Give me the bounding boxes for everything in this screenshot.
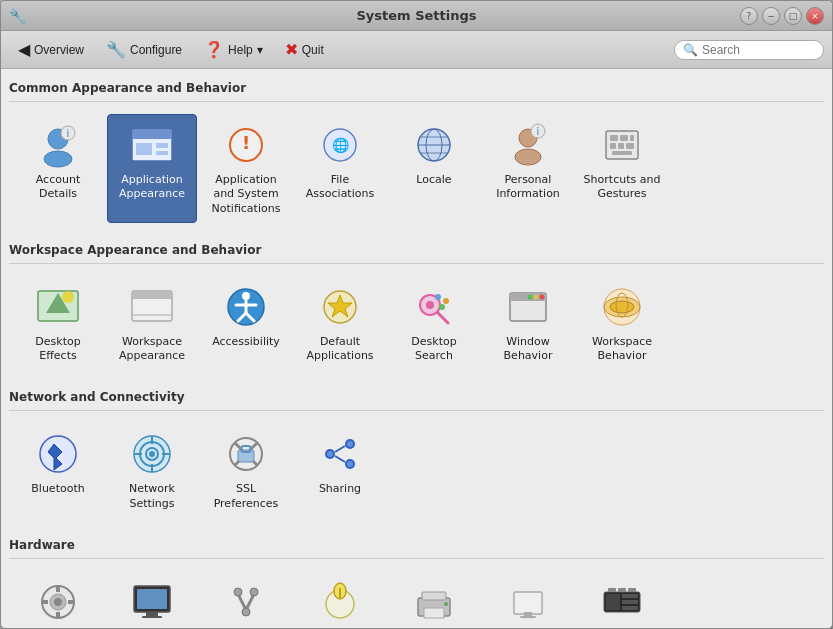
section-network-header: Network and Connectivity bbox=[9, 386, 824, 411]
desktop-search-label: Desktop Search bbox=[394, 335, 474, 364]
item-workspace-behavior[interactable]: Workspace Behavior bbox=[577, 276, 667, 371]
locale-label: Locale bbox=[416, 173, 451, 187]
quit-button[interactable]: ✖ Quit bbox=[276, 36, 333, 63]
svg-rect-85 bbox=[56, 612, 60, 618]
ssl-preferences-icon bbox=[222, 430, 270, 478]
svg-rect-112 bbox=[608, 588, 616, 592]
default-applications-label: Default Applications bbox=[300, 335, 380, 364]
overview-button[interactable]: ◀ Overview bbox=[9, 36, 93, 63]
minimize-button[interactable]: − bbox=[762, 7, 780, 25]
account-details-icon: i bbox=[34, 121, 82, 169]
item-account-details[interactable]: i Account Details bbox=[13, 114, 103, 223]
svg-rect-114 bbox=[628, 588, 636, 592]
back-icon: ◀ bbox=[18, 40, 30, 59]
svg-point-96 bbox=[242, 608, 250, 616]
section-hardware-grid: Device Actions Display and Monitor bbox=[9, 567, 824, 628]
app-system-notifications-label: Application and System Notifications bbox=[206, 173, 286, 216]
item-personal-information[interactable]: i Personal Information bbox=[483, 114, 573, 223]
svg-point-103 bbox=[444, 602, 448, 606]
search-box[interactable]: 🔍 bbox=[674, 40, 824, 60]
svg-point-57 bbox=[610, 301, 634, 313]
svg-rect-91 bbox=[142, 616, 162, 618]
item-app-system-notifications[interactable]: ! Application and System Notifications bbox=[201, 114, 291, 223]
svg-rect-8 bbox=[156, 151, 168, 155]
item-network-settings[interactable]: Network Settings bbox=[107, 423, 197, 518]
workspace-behavior-icon bbox=[598, 283, 646, 331]
close-button[interactable]: × bbox=[806, 7, 824, 25]
svg-point-53 bbox=[534, 294, 539, 299]
item-display-monitor[interactable]: Display and Monitor bbox=[107, 571, 197, 628]
sharing-label: Sharing bbox=[319, 482, 361, 496]
svg-rect-24 bbox=[620, 135, 628, 141]
item-locale[interactable]: Locale bbox=[389, 114, 479, 223]
item-ssl-preferences[interactable]: SSL Preferences bbox=[201, 423, 291, 518]
svg-text:i: i bbox=[537, 126, 540, 137]
help-button-toolbar[interactable]: ❓ Help ▾ bbox=[195, 36, 272, 63]
section-workspace-grid: Desktop Effects Workspace Appearance bbox=[9, 272, 824, 375]
search-icon: 🔍 bbox=[683, 43, 698, 57]
accessibility-label: Accessibility bbox=[212, 335, 280, 349]
item-window-behavior[interactable]: Window Behavior bbox=[483, 276, 573, 371]
item-desktop-effects[interactable]: Desktop Effects bbox=[13, 276, 103, 371]
section-hardware: Hardware bbox=[9, 534, 824, 628]
item-removable-devices[interactable]: Removable Devices bbox=[483, 571, 573, 628]
svg-line-93 bbox=[246, 594, 254, 610]
help-button[interactable]: ? bbox=[740, 7, 758, 25]
window-behavior-icon bbox=[504, 283, 552, 331]
svg-point-80 bbox=[347, 461, 353, 467]
section-hardware-header: Hardware bbox=[9, 534, 824, 559]
item-file-associations[interactable]: 🌐 File Associations bbox=[295, 114, 385, 223]
help-dropdown-icon: ▾ bbox=[257, 43, 263, 57]
shortcuts-gestures-icon bbox=[598, 121, 646, 169]
item-application-appearance[interactable]: Application Appearance bbox=[107, 114, 197, 223]
account-details-label: Account Details bbox=[18, 173, 98, 202]
item-bluetooth[interactable]: Bluetooth bbox=[13, 423, 103, 518]
svg-point-95 bbox=[250, 588, 258, 596]
network-settings-label: Network Settings bbox=[112, 482, 192, 511]
svg-rect-108 bbox=[606, 594, 620, 610]
main-content: Common Appearance and Behavior i Account… bbox=[1, 69, 832, 628]
file-associations-label: File Associations bbox=[300, 173, 380, 202]
item-shortcuts-gestures[interactable]: Shortcuts and Gestures bbox=[577, 114, 667, 223]
item-accessibility[interactable]: Accessibility bbox=[201, 276, 291, 371]
item-input-devices[interactable]: Input Devices bbox=[201, 571, 291, 628]
quit-icon: ✖ bbox=[285, 40, 298, 59]
item-device-actions[interactable]: Device Actions bbox=[13, 571, 103, 628]
personal-information-label: Personal Information bbox=[488, 173, 568, 202]
svg-rect-102 bbox=[424, 608, 444, 618]
desktop-effects-icon bbox=[34, 283, 82, 331]
item-workspace-appearance[interactable]: Workspace Appearance bbox=[107, 276, 197, 371]
main-window: 🔧 System Settings ? − □ × ◀ Overview 🔧 C… bbox=[0, 0, 833, 629]
removable-devices-icon bbox=[504, 578, 552, 626]
item-printers[interactable]: Printers bbox=[389, 571, 479, 628]
section-workspace-header: Workspace Appearance and Behavior bbox=[9, 239, 824, 264]
section-common-grid: i Account Details bbox=[9, 110, 824, 227]
shortcuts-gestures-label: Shortcuts and Gestures bbox=[582, 173, 662, 202]
svg-rect-87 bbox=[68, 600, 74, 604]
app-icon: 🔧 bbox=[9, 8, 26, 24]
svg-rect-25 bbox=[630, 135, 634, 141]
item-multimedia[interactable]: Multimedia bbox=[577, 571, 667, 628]
desktop-search-icon bbox=[410, 283, 458, 331]
accessibility-icon bbox=[222, 283, 270, 331]
item-power-management[interactable]: Power Management bbox=[295, 571, 385, 628]
maximize-button[interactable]: □ bbox=[784, 7, 802, 25]
display-monitor-icon bbox=[128, 578, 176, 626]
svg-point-32 bbox=[62, 291, 74, 303]
desktop-effects-label: Desktop Effects bbox=[18, 335, 98, 364]
item-default-applications[interactable]: Default Applications bbox=[295, 276, 385, 371]
item-desktop-search[interactable]: Desktop Search bbox=[389, 276, 479, 371]
search-input[interactable] bbox=[702, 43, 822, 57]
section-network: Network and Connectivity Bluetooth bbox=[9, 386, 824, 522]
svg-point-52 bbox=[540, 294, 545, 299]
svg-point-49 bbox=[439, 304, 445, 310]
application-appearance-icon bbox=[128, 121, 176, 169]
power-management-icon bbox=[316, 578, 364, 626]
section-common-header: Common Appearance and Behavior bbox=[9, 77, 824, 102]
svg-point-47 bbox=[435, 294, 441, 300]
configure-button[interactable]: 🔧 Configure bbox=[97, 36, 191, 63]
section-workspace: Workspace Appearance and Behavior Deskto… bbox=[9, 239, 824, 375]
printers-icon bbox=[410, 578, 458, 626]
item-sharing[interactable]: Sharing bbox=[295, 423, 385, 518]
window-behavior-label: Window Behavior bbox=[488, 335, 568, 364]
